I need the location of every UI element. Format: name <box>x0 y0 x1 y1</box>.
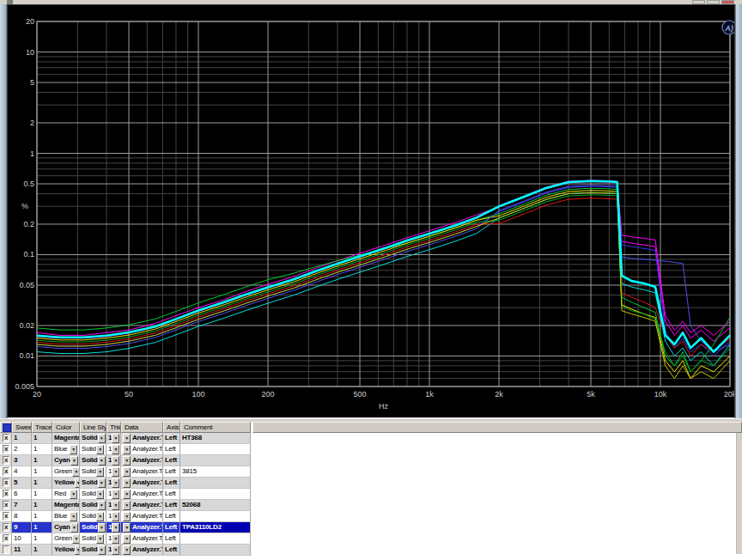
row-checked-box[interactable]: x <box>3 445 9 453</box>
trace-cell[interactable]: 1 <box>32 455 52 466</box>
table-row-sweep-9[interactable]: x91Cyan▼Solid▼1▼▼Analyzer.THD+NLeftTPA31… <box>0 522 251 533</box>
color-cell[interactable]: Green▼ <box>52 533 80 545</box>
line_style-cell[interactable]: Solid▼ <box>80 433 106 444</box>
data-cell[interactable]: ▼Analyzer.THD+N <box>121 478 163 489</box>
sweep-cell[interactable]: 1 <box>12 433 32 444</box>
thick-cell[interactable]: 1▼ <box>106 511 121 522</box>
checkbox-cell[interactable]: x <box>0 533 12 545</box>
row-checked-box[interactable]: x <box>3 534 9 543</box>
dropdown-button-data[interactable]: ▼ <box>123 545 131 555</box>
trace-cell[interactable]: 1 <box>32 545 52 556</box>
checkbox-cell[interactable]: x <box>0 511 12 522</box>
data-cell[interactable]: ▼Analyzer.THD+N <box>121 522 163 533</box>
comment-cell[interactable] <box>180 478 251 489</box>
sweep-cell[interactable]: 6 <box>12 489 32 500</box>
color-cell[interactable]: Yellow▼ <box>52 545 80 556</box>
axis-cell[interactable]: Left <box>163 545 180 556</box>
checkbox-cell[interactable]: x <box>0 489 12 500</box>
sweep-cell[interactable]: 9 <box>12 522 32 533</box>
dropdown-button-thick[interactable]: ▼ <box>112 512 119 521</box>
dropdown-button-line_style[interactable]: ▼ <box>98 501 106 510</box>
dropdown-button-data[interactable]: ▼ <box>123 456 131 466</box>
dropdown-button-line_style[interactable]: ▼ <box>98 456 106 466</box>
thick-cell[interactable]: 1▼ <box>106 478 121 489</box>
checkbox-cell[interactable]: x <box>0 433 12 444</box>
checkbox-cell[interactable]: x <box>0 500 12 511</box>
sweep-cell[interactable]: 10 <box>12 533 32 545</box>
checkbox-cell[interactable]: x <box>0 466 12 478</box>
dropdown-button-thick[interactable]: ▼ <box>112 534 119 544</box>
checkbox-cell[interactable] <box>0 545 12 556</box>
sweep-cell[interactable]: 2 <box>12 444 32 455</box>
axis-cell[interactable]: Left <box>163 489 180 500</box>
row-checked-box[interactable]: x <box>3 456 9 465</box>
dropdown-button-line_style[interactable]: ▼ <box>98 478 106 488</box>
row-checked-box[interactable]: x <box>3 467 9 476</box>
comment-cell[interactable]: 3815 <box>180 466 251 478</box>
thick-cell[interactable]: 1▼ <box>106 489 121 500</box>
thick-cell[interactable]: 1▼ <box>106 466 121 478</box>
axis-cell[interactable]: Left <box>163 433 180 444</box>
thick-cell[interactable]: 1▼ <box>106 455 121 466</box>
dropdown-button-color[interactable]: ▼ <box>72 467 80 477</box>
dropdown-button-data[interactable]: ▼ <box>123 512 131 521</box>
dropdown-button-data[interactable]: ▼ <box>123 523 131 533</box>
sweep-cell[interactable]: 8 <box>12 511 32 522</box>
dropdown-button-data[interactable]: ▼ <box>123 478 131 488</box>
dropdown-button-thick[interactable]: ▼ <box>112 467 119 477</box>
line_style-cell[interactable]: Solid▼ <box>80 545 106 556</box>
dropdown-button-thick[interactable]: ▼ <box>112 434 119 443</box>
thick-cell[interactable]: 1▼ <box>106 500 121 511</box>
sweep-cell[interactable]: 4 <box>12 466 32 478</box>
color-cell[interactable]: Cyan▼ <box>52 455 80 466</box>
table-row-sweep-10[interactable]: x101Green▼Solid▼1▼▼Analyzer.THD+NLeft <box>0 533 251 545</box>
data-cell[interactable]: ▼Analyzer.THD+N <box>121 444 163 455</box>
dropdown-button-thick[interactable]: ▼ <box>112 456 119 466</box>
dropdown-button-color[interactable]: ▼ <box>70 445 77 454</box>
dropdown-button-thick[interactable]: ▼ <box>112 445 119 454</box>
line_style-cell[interactable]: Solid▼ <box>80 489 106 500</box>
line_style-cell[interactable]: Solid▼ <box>80 533 106 545</box>
dropdown-button-line_style[interactable]: ▼ <box>96 512 104 521</box>
data-cell[interactable]: ▼Analyzer.THD+N <box>121 500 163 511</box>
thick-cell[interactable]: 1▼ <box>106 533 121 545</box>
thd-frequency-plot[interactable]: 20105210.50.20.10.050.020.010.0052050100… <box>7 4 735 418</box>
row-checked-box[interactable]: x <box>3 523 9 532</box>
color-cell[interactable]: Blue▼ <box>52 511 80 522</box>
dropdown-button-line_style[interactable]: ▼ <box>96 467 104 477</box>
trace-cell[interactable]: 1 <box>32 444 52 455</box>
comment-cell[interactable] <box>180 511 251 522</box>
table-right-gutter[interactable] <box>736 433 742 554</box>
trace-cell[interactable]: 1 <box>32 511 52 522</box>
dropdown-button-data[interactable]: ▼ <box>123 434 131 443</box>
trace-cell[interactable]: 1 <box>32 522 52 533</box>
dropdown-button-data[interactable]: ▼ <box>123 467 131 477</box>
checkbox-cell[interactable]: x <box>0 478 12 489</box>
axis-cell[interactable]: Left <box>163 511 180 522</box>
comment-cell[interactable] <box>180 533 251 545</box>
dropdown-button-line_style[interactable]: ▼ <box>96 490 104 499</box>
dropdown-button-thick[interactable]: ▼ <box>112 501 119 510</box>
comment-cell[interactable] <box>180 444 251 455</box>
row-unchecked-box[interactable] <box>3 545 9 554</box>
data-cell[interactable]: ▼Analyzer.THD+N <box>121 455 163 466</box>
axis-cell[interactable]: Left <box>163 500 180 511</box>
line_style-cell[interactable]: Solid▼ <box>80 466 106 478</box>
sweep-cell[interactable]: 7 <box>12 500 32 511</box>
dropdown-button-color[interactable]: ▼ <box>72 534 80 544</box>
data-cell[interactable]: ▼Analyzer.THD+N <box>121 533 163 545</box>
axis-cell[interactable]: Left <box>163 466 180 478</box>
dropdown-button-thick[interactable]: ▼ <box>112 523 119 533</box>
comment-cell[interactable] <box>180 545 251 556</box>
row-checked-box[interactable]: x <box>3 501 9 509</box>
comment-cell[interactable]: HT368 <box>180 433 251 444</box>
line_style-cell[interactable]: Solid▼ <box>80 455 106 466</box>
dropdown-button-color[interactable]: ▼ <box>70 512 77 521</box>
line_style-cell[interactable]: Solid▼ <box>80 500 106 511</box>
trace-cell[interactable]: 1 <box>32 489 52 500</box>
table-row-sweep-8[interactable]: x81Blue▼Solid▼1▼▼Analyzer.THD+NLeft <box>0 511 251 522</box>
dropdown-button-thick[interactable]: ▼ <box>112 490 119 499</box>
axis-cell[interactable]: Left <box>163 522 180 533</box>
dropdown-button-data[interactable]: ▼ <box>123 490 131 499</box>
data-cell[interactable]: ▼Analyzer.THD+N <box>121 466 163 478</box>
